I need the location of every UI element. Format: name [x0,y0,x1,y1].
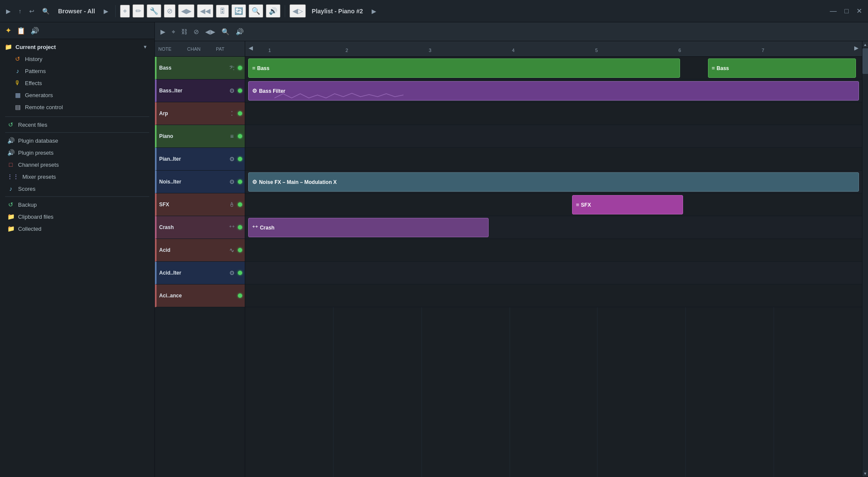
maximize-btn[interactable]: □ [842,6,851,16]
pattern-block-sfx[interactable]: ≡ SFX [572,195,683,214]
pattern-row-5[interactable]: ⚙ Noise FX – Main – Modulation X [245,171,862,193]
browser-arrow-btn[interactable]: ▶ [101,6,111,16]
collected-label: Collected [18,226,41,232]
pattern-row-10[interactable] [245,284,862,307]
pattern-row-7[interactable]: ⁺⁺ Crash [245,216,862,239]
toolbar-icon-vol[interactable]: ◀▶ [178,4,194,18]
track-row-bass[interactable]: Bass 𝄢: [155,57,245,80]
pattern-row-6[interactable]: ≡ SFX [245,193,862,216]
pattern-area: ◀ 1 2 3 4 5 6 7 ▶ [245,41,862,477]
toolbar-icon-mute[interactable]: ⊘ [164,4,175,18]
patterns-canvas[interactable]: ≡ Bass ≡ Bass ⚙ Bass Filter [245,57,862,477]
sidebar-item-recent[interactable]: ↺ Recent files [0,119,154,131]
track-row-aciance[interactable]: Aci..ance [155,284,245,307]
sidebar-item-collected[interactable]: 📁 Collected [0,223,154,235]
sidebar-item-clipboard[interactable]: 📁 Clipboard files [0,211,154,223]
undo-btn[interactable]: ↩ [27,6,37,16]
sidebar-item-scores[interactable]: ♪ Scores [0,183,154,195]
sidebar-speaker-btn[interactable]: 🔊 [31,27,39,35]
pattern-row-2[interactable] [245,102,862,125]
ruler-scroll-right[interactable]: ▶ [851,41,862,55]
sidebar-item-current-project[interactable]: 📁 Current project ▼ [0,41,154,53]
pattern-block-bass-1[interactable]: ≡ Bass [248,58,680,78]
toolbar-icon-snap[interactable]: ⌖ [120,5,130,18]
toolbar-icon-select[interactable]: 🔧 [147,4,161,18]
track-row-sfx[interactable]: SFX 🕯 [155,193,245,216]
bassfilter-wave [274,92,403,100]
pattern-block-bassfilter[interactable]: ⚙ Bass Filter [248,81,859,101]
pl-mute-btn[interactable]: ⊘ [191,26,201,37]
scroll-up-arrow[interactable]: ▲ [862,41,868,48]
up-btn[interactable]: ↑ [16,6,24,16]
track-led-noisfilter[interactable] [238,180,242,184]
scroll-thumb[interactable] [862,48,868,74]
toolbar-icon-speaker[interactable]: ◀▷ [289,4,306,18]
patterns-label: Patterns [25,68,46,74]
pattern-block-bass-2[interactable]: ≡ Bass [708,58,856,78]
toolbar-icon-zoom[interactable]: 🔍 [249,4,263,18]
scroll-down-arrow[interactable]: ▼ [862,470,868,477]
sidebar-item-backup[interactable]: ↺ Backup [0,199,154,211]
pattern-row-4[interactable] [245,148,862,171]
pl-snap-btn[interactable]: ⌖ [169,26,177,37]
track-row-pianfilter[interactable]: Pian..lter ⚙ [155,148,245,171]
sidebar-star-btn[interactable]: ✦ [5,26,12,35]
track-icon-pianfilter: ⚙ [228,156,236,162]
pattern-row-1[interactable]: ⚙ Bass Filter [245,80,862,102]
sidebar-item-channel[interactable]: □ Channel presets [0,159,154,171]
track-row-piano[interactable]: Piano ≡ [155,125,245,148]
sidebar-item-remote[interactable]: ▤ Remote control [0,101,154,113]
playlist-arrow-btn[interactable]: ▶ [369,6,379,16]
track-led-bassfilter[interactable] [238,89,242,93]
playlist-area: ▶ ⌖ ⛓ ⊘ ◀▶ 🔍 🔊 NOTE CHAN PAT Bass 𝄢: [155,22,868,477]
toolbar-separator-1 [115,5,116,17]
toolbar-icon-audio[interactable]: 🔊 [266,4,280,18]
track-led-acid[interactable] [238,248,242,252]
track-row-acidfilter[interactable]: Acid..lter ⚙ [155,262,245,284]
track-led-crash[interactable] [238,225,242,229]
track-led-pianfilter[interactable] [238,157,242,161]
pl-play-btn[interactable]: ▶ [158,26,168,37]
track-row-crash[interactable]: Crash ⁺⁺ [155,216,245,239]
sidebar-item-effects[interactable]: 🎙 Effects [0,77,154,89]
minimize-btn[interactable]: — [827,6,839,16]
play-btn[interactable]: ▶ [3,6,13,16]
pl-audio-btn[interactable]: 🔊 [234,26,246,37]
track-row-arp[interactable]: Arp ⁚ [155,102,245,125]
sidebar-item-patterns[interactable]: ♪ Patterns [0,65,154,77]
track-led-sfx[interactable] [238,202,242,207]
pl-link-btn[interactable]: ⛓ [179,26,190,37]
track-icon-arp: ⁚ [228,110,236,117]
sidebar-copy-btn[interactable]: 📋 [17,27,25,35]
pl-zoom-btn[interactable]: 🔍 [219,26,232,37]
toolbar-icon-draw[interactable]: ✏ [132,4,144,18]
track-row-acid[interactable]: Acid ∿ [155,239,245,262]
pattern-row-0[interactable]: ≡ Bass ≡ Bass [245,57,862,80]
search-btn[interactable]: 🔍 [40,6,52,16]
toolbar-icon-pattern[interactable]: 🎛 [216,5,229,18]
scroll-track[interactable] [862,48,868,470]
pattern-block-crash[interactable]: ⁺⁺ Crash [248,218,489,237]
close-btn[interactable]: ✕ [854,6,865,16]
sidebar-item-mixer[interactable]: ⋮⋮ Mixer presets [0,171,154,183]
track-led-aciance[interactable] [238,294,242,298]
track-led-acidfilter[interactable] [238,271,242,275]
track-led-piano[interactable] [238,134,242,138]
project-dropdown-icon[interactable]: ▼ [143,44,148,49]
sidebar-item-plugin-pre[interactable]: 🔊 Plugin presets [0,147,154,159]
track-led-bass[interactable] [238,66,242,70]
pattern-block-noisefilter[interactable]: ⚙ Noise FX – Main – Modulation X [248,172,859,192]
toolbar-icon-loop[interactable]: 🔄 [231,4,246,18]
toolbar-icon-pan[interactable]: ◀◀ [197,4,213,18]
sidebar-item-plugin-db[interactable]: 🔊 Plugin database [0,135,154,147]
pattern-row-8[interactable] [245,239,862,262]
ruler-scroll-left[interactable]: ◀ [245,41,256,55]
pattern-row-9[interactable] [245,262,862,284]
pl-vol-btn[interactable]: ◀▶ [203,26,218,37]
sidebar-item-generators[interactable]: ▦ Generators [0,89,154,101]
track-row-bassfilter[interactable]: Bass..lter ⚙ [155,80,245,102]
pattern-row-3[interactable] [245,125,862,148]
track-row-noisfilter[interactable]: Nois..lter ⚙ [155,171,245,193]
track-led-arp[interactable] [238,111,242,116]
sidebar-item-history[interactable]: ↺ History [0,53,154,65]
